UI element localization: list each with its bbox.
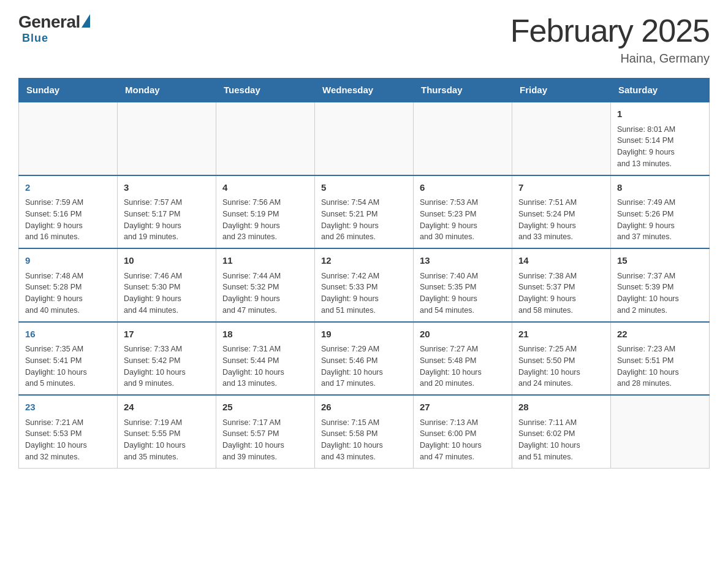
calendar-cell — [118, 102, 216, 175]
day-info: Sunrise: 7:11 AM Sunset: 6:02 PM Dayligh… — [518, 417, 604, 463]
calendar-cell: 9Sunrise: 7:48 AM Sunset: 5:28 PM Daylig… — [19, 248, 118, 322]
day-info: Sunrise: 7:35 AM Sunset: 5:41 PM Dayligh… — [25, 343, 111, 389]
day-number: 20 — [420, 327, 506, 342]
calendar-week-row: 23Sunrise: 7:21 AM Sunset: 5:53 PM Dayli… — [19, 395, 710, 468]
day-number: 8 — [617, 181, 703, 195]
calendar-cell: 25Sunrise: 7:17 AM Sunset: 5:57 PM Dayli… — [216, 395, 315, 468]
calendar-cell — [512, 102, 611, 175]
calendar-cell — [611, 395, 710, 468]
calendar-week-row: 9Sunrise: 7:48 AM Sunset: 5:28 PM Daylig… — [19, 248, 710, 322]
day-number: 7 — [518, 181, 604, 195]
day-info: Sunrise: 7:51 AM Sunset: 5:24 PM Dayligh… — [518, 197, 604, 243]
day-info: Sunrise: 7:37 AM Sunset: 5:39 PM Dayligh… — [617, 270, 703, 316]
calendar-cell: 7Sunrise: 7:51 AM Sunset: 5:24 PM Daylig… — [512, 175, 611, 249]
day-info: Sunrise: 7:54 AM Sunset: 5:21 PM Dayligh… — [321, 197, 407, 243]
day-info: Sunrise: 7:15 AM Sunset: 5:58 PM Dayligh… — [321, 417, 407, 463]
day-info: Sunrise: 7:56 AM Sunset: 5:19 PM Dayligh… — [222, 197, 308, 243]
calendar-cell: 26Sunrise: 7:15 AM Sunset: 5:58 PM Dayli… — [315, 395, 414, 468]
calendar-cell: 22Sunrise: 7:23 AM Sunset: 5:51 PM Dayli… — [611, 322, 710, 396]
day-number: 15 — [617, 254, 703, 268]
calendar-header-row: SundayMondayTuesdayWednesdayThursdayFrid… — [19, 79, 710, 102]
day-number: 5 — [321, 181, 407, 195]
day-info: Sunrise: 7:42 AM Sunset: 5:33 PM Dayligh… — [321, 270, 407, 316]
weekday-header: Monday — [118, 79, 216, 102]
day-number: 6 — [420, 181, 506, 195]
weekday-header: Tuesday — [216, 79, 315, 102]
calendar-cell: 6Sunrise: 7:53 AM Sunset: 5:23 PM Daylig… — [414, 175, 512, 249]
day-number: 26 — [321, 400, 407, 415]
calendar-cell: 21Sunrise: 7:25 AM Sunset: 5:50 PM Dayli… — [512, 322, 611, 396]
month-title: February 2025 — [510, 12, 710, 49]
logo: General Blue — [18, 12, 90, 45]
day-info: Sunrise: 7:40 AM Sunset: 5:35 PM Dayligh… — [420, 270, 506, 316]
calendar-cell — [315, 102, 414, 175]
calendar-table: SundayMondayTuesdayWednesdayThursdayFrid… — [18, 78, 710, 469]
day-number: 14 — [518, 254, 604, 268]
day-info: Sunrise: 7:17 AM Sunset: 5:57 PM Dayligh… — [222, 417, 308, 463]
day-number: 17 — [124, 327, 210, 342]
day-info: Sunrise: 7:57 AM Sunset: 5:17 PM Dayligh… — [124, 197, 210, 243]
calendar-cell: 20Sunrise: 7:27 AM Sunset: 5:48 PM Dayli… — [414, 322, 512, 396]
day-info: Sunrise: 7:59 AM Sunset: 5:16 PM Dayligh… — [25, 197, 111, 243]
day-number: 27 — [420, 400, 506, 415]
calendar-cell: 15Sunrise: 7:37 AM Sunset: 5:39 PM Dayli… — [611, 248, 710, 322]
calendar-cell: 27Sunrise: 7:13 AM Sunset: 6:00 PM Dayli… — [414, 395, 512, 468]
day-info: Sunrise: 7:21 AM Sunset: 5:53 PM Dayligh… — [25, 417, 111, 463]
day-number: 9 — [25, 254, 111, 268]
day-number: 28 — [518, 400, 604, 415]
page-header: General Blue February 2025 Haina, German… — [18, 12, 710, 66]
day-info: Sunrise: 7:38 AM Sunset: 5:37 PM Dayligh… — [518, 270, 604, 316]
day-number: 24 — [124, 400, 210, 415]
weekday-header: Thursday — [414, 79, 512, 102]
day-info: Sunrise: 7:27 AM Sunset: 5:48 PM Dayligh… — [420, 343, 506, 389]
day-info: Sunrise: 7:31 AM Sunset: 5:44 PM Dayligh… — [222, 343, 308, 389]
calendar-cell: 13Sunrise: 7:40 AM Sunset: 5:35 PM Dayli… — [414, 248, 512, 322]
calendar-cell: 12Sunrise: 7:42 AM Sunset: 5:33 PM Dayli… — [315, 248, 414, 322]
calendar-cell: 4Sunrise: 7:56 AM Sunset: 5:19 PM Daylig… — [216, 175, 315, 249]
calendar-cell — [414, 102, 512, 175]
title-block: February 2025 Haina, Germany — [510, 12, 710, 66]
weekday-header: Sunday — [19, 79, 118, 102]
calendar-cell: 23Sunrise: 7:21 AM Sunset: 5:53 PM Dayli… — [19, 395, 118, 468]
calendar-cell: 14Sunrise: 7:38 AM Sunset: 5:37 PM Dayli… — [512, 248, 611, 322]
calendar-cell: 5Sunrise: 7:54 AM Sunset: 5:21 PM Daylig… — [315, 175, 414, 249]
day-number: 11 — [222, 254, 308, 268]
calendar-cell: 24Sunrise: 7:19 AM Sunset: 5:55 PM Dayli… — [118, 395, 216, 468]
calendar-cell: 8Sunrise: 7:49 AM Sunset: 5:26 PM Daylig… — [611, 175, 710, 249]
calendar-cell: 3Sunrise: 7:57 AM Sunset: 5:17 PM Daylig… — [118, 175, 216, 249]
weekday-header: Friday — [512, 79, 611, 102]
calendar-cell: 17Sunrise: 7:33 AM Sunset: 5:42 PM Dayli… — [118, 322, 216, 396]
day-info: Sunrise: 7:13 AM Sunset: 6:00 PM Dayligh… — [420, 417, 506, 463]
day-info: Sunrise: 7:29 AM Sunset: 5:46 PM Dayligh… — [321, 343, 407, 389]
calendar-cell: 28Sunrise: 7:11 AM Sunset: 6:02 PM Dayli… — [512, 395, 611, 468]
weekday-header: Wednesday — [315, 79, 414, 102]
logo-blue-text: Blue — [22, 32, 48, 45]
calendar-week-row: 2Sunrise: 7:59 AM Sunset: 5:16 PM Daylig… — [19, 175, 710, 249]
day-number: 2 — [25, 181, 111, 195]
day-number: 4 — [222, 181, 308, 195]
day-info: Sunrise: 7:33 AM Sunset: 5:42 PM Dayligh… — [124, 343, 210, 389]
day-info: Sunrise: 7:23 AM Sunset: 5:51 PM Dayligh… — [617, 343, 703, 389]
calendar-cell — [216, 102, 315, 175]
day-number: 21 — [518, 327, 604, 342]
location-text: Haina, Germany — [510, 52, 710, 66]
day-number: 3 — [124, 181, 210, 195]
day-info: Sunrise: 7:53 AM Sunset: 5:23 PM Dayligh… — [420, 197, 506, 243]
day-number: 18 — [222, 327, 308, 342]
day-number: 12 — [321, 254, 407, 268]
day-info: Sunrise: 7:19 AM Sunset: 5:55 PM Dayligh… — [124, 417, 210, 463]
calendar-cell: 19Sunrise: 7:29 AM Sunset: 5:46 PM Dayli… — [315, 322, 414, 396]
calendar-cell: 10Sunrise: 7:46 AM Sunset: 5:30 PM Dayli… — [118, 248, 216, 322]
day-info: Sunrise: 7:49 AM Sunset: 5:26 PM Dayligh… — [617, 197, 703, 243]
weekday-header: Saturday — [611, 79, 710, 102]
day-number: 23 — [25, 400, 111, 415]
calendar-cell: 18Sunrise: 7:31 AM Sunset: 5:44 PM Dayli… — [216, 322, 315, 396]
day-number: 1 — [617, 107, 703, 121]
day-number: 19 — [321, 327, 407, 342]
day-number: 10 — [124, 254, 210, 268]
calendar-cell: 1Sunrise: 8:01 AM Sunset: 5:14 PM Daylig… — [611, 102, 710, 175]
calendar-cell: 11Sunrise: 7:44 AM Sunset: 5:32 PM Dayli… — [216, 248, 315, 322]
calendar-cell: 16Sunrise: 7:35 AM Sunset: 5:41 PM Dayli… — [19, 322, 118, 396]
day-number: 25 — [222, 400, 308, 415]
day-number: 16 — [25, 327, 111, 342]
